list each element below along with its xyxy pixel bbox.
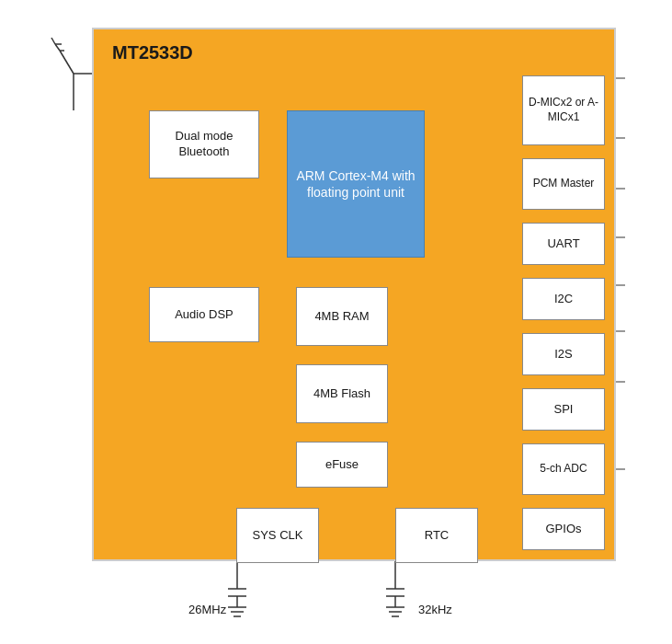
d-mic-block: D-MICx2 or A-MICx1 [522, 75, 605, 145]
flash-block: 4MB Flash [296, 364, 388, 423]
adc-block: 5-ch ADC [522, 443, 605, 495]
spi-block: SPI [522, 388, 605, 431]
efuse-block: eFuse [296, 442, 388, 488]
audio-dsp-block: Audio DSP [149, 287, 259, 342]
rtc-block: RTC [395, 508, 478, 563]
chip-block: MT2533D Dual mode Bluetooth ARM Cortex-M… [92, 28, 616, 561]
pcm-master-block: PCM Master [522, 158, 605, 210]
uart-block: UART [522, 223, 605, 265]
chip-title: MT2533D [112, 42, 193, 63]
sys-clk-block: SYS CLK [236, 508, 319, 563]
freq-32khz-label: 32kHz [418, 603, 452, 616]
svg-line-6 [51, 38, 55, 44]
ram-block: 4MB RAM [296, 287, 388, 346]
svg-line-2 [60, 51, 74, 74]
gpios-block: GPIOs [522, 508, 605, 550]
i2s-block: I2S [522, 333, 605, 375]
i2c-block: I2C [522, 278, 605, 320]
page: MT2533D Dual mode Bluetooth ARM Cortex-M… [0, 0, 672, 644]
freq-26mhz-label: 26MHz [188, 603, 226, 616]
arm-core-block: ARM Cortex-M4 with floating point unit [287, 110, 425, 258]
svg-line-4 [55, 44, 60, 51]
dual-mode-bt-block: Dual mode Bluetooth [149, 110, 259, 178]
